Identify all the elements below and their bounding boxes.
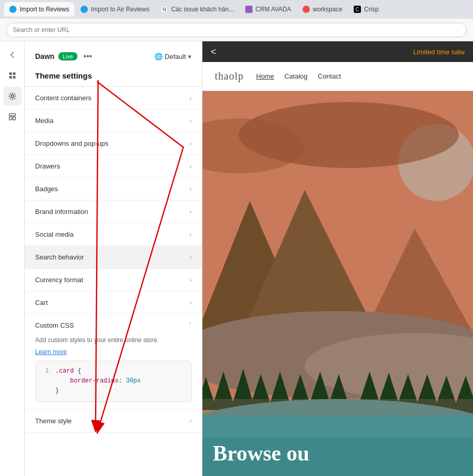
tab-favicon-globe: 🌐 <box>9 6 17 13</box>
panel-menu-dots[interactable]: ••• <box>82 50 94 63</box>
preview-back-button[interactable]: < <box>211 47 216 57</box>
tab-import2[interactable]: 🌐 Import to Reviews <box>4 2 74 17</box>
nav-link-contact[interactable]: Contact <box>318 72 341 80</box>
section-custom-css: Custom CSS ˄ Add custom styles to your e… <box>25 314 202 410</box>
live-badge: Live <box>58 52 77 60</box>
svg-point-4 <box>11 95 13 98</box>
default-button[interactable]: 🌐 Default ▾ <box>154 53 192 60</box>
browser-tab-bar: 🌐 Import to Reviews 🌐 Import to Air Revi… <box>0 0 473 19</box>
globe-icon: 🌐 <box>154 53 163 60</box>
sidebar-layout-btn[interactable] <box>3 108 22 126</box>
line-number <box>41 386 49 396</box>
icon-sidebar <box>0 41 25 476</box>
svg-rect-6 <box>9 117 12 120</box>
code-line-2: border-radius: 30px <box>41 376 186 386</box>
code-editor[interactable]: 1 .card { border-radius: 30px } <box>35 361 192 402</box>
svg-rect-7 <box>13 117 15 120</box>
browse-text: Browse ou <box>213 441 309 466</box>
panel-header: Dawn Live ••• 🌐 Default ▾ Theme settings <box>25 41 202 87</box>
chevron-icon: › <box>190 208 192 216</box>
chevron-icon: › <box>190 299 192 306</box>
tab-label-crm: CRM AVADA <box>256 6 291 13</box>
code-line-3: } <box>41 386 186 396</box>
preview-header-text: Limited time salw <box>413 48 465 56</box>
store-name: Dawn <box>35 52 54 60</box>
chevron-down-icon: ▾ <box>188 53 192 60</box>
tab-label-notion: Các issue khách hàn... <box>171 6 233 13</box>
line-number <box>41 376 49 386</box>
sidebar-back-btn[interactable] <box>3 45 22 64</box>
section-item-search-behavior[interactable]: Search behavior › <box>25 246 202 269</box>
preview-header-bar: < Limited time salw <box>202 41 473 62</box>
code-content: } <box>55 386 59 396</box>
line-number: 1 <box>41 366 49 376</box>
landscape-scene <box>202 91 473 476</box>
tab-favicon-workspace <box>303 6 310 13</box>
tab-favicon-notion: N <box>161 6 168 13</box>
sidebar-dashboard-btn[interactable] <box>3 66 22 85</box>
section-item-drawers[interactable]: Drawers › <box>25 155 202 178</box>
custom-css-label: Custom CSS <box>35 321 74 329</box>
tab-crisp[interactable]: C Crisp <box>349 2 384 17</box>
shop-logo: thaolp <box>215 70 244 82</box>
svg-rect-5 <box>9 114 15 116</box>
svg-rect-2 <box>9 76 12 79</box>
code-content: border-radius: 30px <box>55 376 141 386</box>
chevron-icon: › <box>190 186 192 193</box>
hero-image: Browse ou <box>202 91 473 476</box>
learn-more-link[interactable]: Learn more <box>35 348 67 356</box>
tab-label-import2: Import to Reviews <box>20 6 69 13</box>
svg-rect-3 <box>13 76 15 79</box>
nav-link-home[interactable]: Home <box>256 72 274 80</box>
tab-favicon-crm <box>245 6 253 13</box>
section-item-theme-style[interactable]: Theme style › <box>25 410 202 433</box>
custom-css-header[interactable]: Custom CSS ˄ <box>35 321 192 329</box>
chevron-icon: › <box>190 254 192 261</box>
chevron-icon: › <box>190 117 192 125</box>
code-line-1: 1 .card { <box>41 366 186 376</box>
shop-nav: thaolp Home Catalog Contact <box>202 62 473 91</box>
address-bar <box>0 19 473 41</box>
address-input[interactable] <box>6 23 467 37</box>
section-item-brand-information[interactable]: Brand information › <box>25 201 202 223</box>
section-item-badges[interactable]: Badges › <box>25 178 202 201</box>
section-item-cart[interactable]: Cart › <box>25 291 202 314</box>
tab-crm[interactable]: CRM AVADA <box>240 2 296 17</box>
code-content: .card { <box>55 366 81 376</box>
svg-rect-34 <box>202 399 473 416</box>
panel-title: Theme settings <box>35 67 192 82</box>
section-item-social-media[interactable]: Social media › <box>25 223 202 246</box>
shop-nav-links: Home Catalog Contact <box>256 72 341 80</box>
preview-area: < Limited time salw thaolp Home Catalog … <box>202 41 473 476</box>
section-item-dropdowns-popups[interactable]: Dropdowns and pop-ups › <box>25 132 202 155</box>
chevron-icon: › <box>190 277 192 284</box>
sidebar-settings-btn[interactable] <box>3 87 22 105</box>
header-suffix: w <box>460 48 465 56</box>
tab-import1[interactable]: 🌐 Import to Air Reviews <box>75 2 154 17</box>
section-item-currency-format[interactable]: Currency format › <box>25 269 202 291</box>
settings-panel: Dawn Live ••• 🌐 Default ▾ Theme settings… <box>25 41 202 476</box>
chevron-icon: › <box>190 95 192 102</box>
svg-rect-1 <box>13 72 15 75</box>
tab-label-workspace: workspace <box>313 6 342 13</box>
nav-link-catalog[interactable]: Catalog <box>285 72 308 80</box>
app-container: Dawn Live ••• 🌐 Default ▾ Theme settings… <box>0 41 473 476</box>
tab-favicon-globe2: 🌐 <box>81 6 88 13</box>
tab-notion[interactable]: N Các issue khách hàn... <box>155 2 239 17</box>
tab-favicon-crisp: C <box>354 6 361 13</box>
chevron-icon: › <box>190 417 192 424</box>
tab-label-crisp: Crisp <box>364 6 379 13</box>
tab-label-import1: Import to Air Reviews <box>91 6 149 13</box>
section-item-content-containers[interactable]: Content containers › <box>25 87 202 110</box>
tab-workspace[interactable]: workspace <box>297 2 348 17</box>
chevron-icon: › <box>190 231 192 238</box>
section-item-media[interactable]: Media › <box>25 110 202 132</box>
custom-css-body: Add custom styles to your entire online … <box>35 335 192 402</box>
chevron-icon: › <box>190 140 192 147</box>
custom-css-description: Add custom styles to your entire online … <box>35 335 192 345</box>
chevron-icon: › <box>190 163 192 170</box>
custom-css-chevron-up: ˄ <box>188 322 192 329</box>
settings-scroll-area[interactable]: Content containers › Media › Dropdowns a… <box>25 87 202 476</box>
default-label: Default <box>165 53 186 60</box>
svg-rect-0 <box>9 72 12 75</box>
